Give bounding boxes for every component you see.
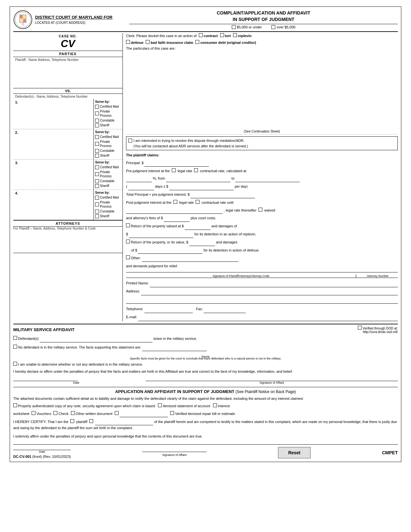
cb-other-doc[interactable] (71, 411, 75, 415)
telephone-field[interactable] (144, 305, 193, 313)
cb-private-1[interactable] (95, 112, 99, 115)
cb-private-3[interactable] (95, 172, 99, 176)
serve-constable-1[interactable]: Constable (95, 118, 121, 123)
cb-waived[interactable] (259, 208, 262, 212)
printed-name-field[interactable] (150, 279, 398, 287)
serve-certified-2[interactable]: Certified Mail (95, 135, 121, 139)
percent-field[interactable] (126, 175, 152, 182)
serve-sheriff-3[interactable]: Sheriff (95, 184, 121, 188)
other-field[interactable] (142, 255, 239, 262)
detention-dollar-field[interactable] (129, 231, 193, 238)
total-principal-field[interactable] (191, 192, 255, 198)
from-date-field[interactable] (166, 175, 230, 182)
cb-sheriff-2[interactable] (95, 154, 99, 158)
cb-auth-copy[interactable] (13, 403, 17, 407)
cb-mediation[interactable] (128, 139, 132, 143)
cb-detinue[interactable] (126, 40, 130, 44)
cb-certified-1[interactable] (95, 105, 99, 109)
footer-sig-affiant-field[interactable] (142, 448, 207, 452)
other-doc-field[interactable] (120, 411, 168, 418)
cb-contractual-rate2[interactable] (196, 200, 200, 204)
serve-certified-1[interactable]: Certified Mail (95, 104, 121, 109)
cb-other-doc2[interactable] (115, 411, 119, 415)
return-property-value-field[interactable] (185, 223, 210, 230)
attorney-area[interactable] (13, 230, 122, 253)
defendant-info-3[interactable]: 3. (13, 160, 93, 190)
address-field[interactable] (141, 287, 398, 295)
cb-sheriff-4[interactable] (95, 214, 99, 218)
cb-tort[interactable] (220, 33, 224, 37)
cb-other[interactable] (126, 255, 130, 259)
cb-contract[interactable] (199, 33, 203, 37)
dollar-per-day-field[interactable] (169, 183, 234, 190)
cb-legal-rate2[interactable] (173, 200, 177, 204)
particulars-area[interactable] (126, 52, 398, 130)
cb-interest[interactable] (213, 403, 217, 407)
cb-plaintiff-cert2[interactable] (89, 419, 93, 423)
cb-bad-faith[interactable] (146, 40, 150, 44)
cb-return-property[interactable] (126, 223, 130, 227)
cb-constable-2[interactable] (95, 149, 99, 153)
cb-contractual-rate[interactable] (194, 168, 198, 172)
serve-constable-2[interactable]: Constable (95, 149, 121, 153)
date-field[interactable] (13, 377, 78, 381)
cb-dod-verify[interactable] (358, 326, 362, 330)
no-defendant-field[interactable] (142, 344, 207, 351)
serve-certified-3[interactable]: Certified Mail (95, 165, 121, 169)
cb-sheriff-3[interactable] (95, 184, 99, 188)
cb-constable-1[interactable] (95, 119, 99, 123)
serve-constable-4[interactable]: Constable (95, 209, 121, 213)
cb-legal-rate[interactable] (172, 168, 176, 172)
cb-verified-repair[interactable] (170, 411, 174, 415)
reset-button[interactable]: Reset (278, 447, 311, 458)
cb-defendant-s[interactable] (13, 336, 17, 340)
days-field[interactable] (128, 183, 154, 190)
return-property2-field[interactable] (189, 239, 215, 246)
serve-private-3[interactable]: Private Process (95, 170, 121, 178)
defendant-info-4[interactable]: 4. (13, 190, 93, 220)
serve-sheriff-4[interactable]: Sheriff (95, 214, 121, 218)
cb-replevin[interactable] (233, 33, 237, 37)
checkbox-5000-under[interactable] (232, 25, 236, 29)
of-dollar-field[interactable] (138, 247, 202, 254)
plaintiff-name-cert-field[interactable] (95, 419, 153, 425)
address-line2[interactable] (126, 295, 398, 303)
cb-consumer-debt[interactable] (195, 40, 199, 44)
cb-private-2[interactable] (95, 142, 99, 146)
to-date-field[interactable] (235, 175, 300, 182)
principal-field[interactable] (144, 160, 209, 167)
cb-itemized-stmt[interactable] (158, 403, 162, 407)
serve-private-4[interactable]: Private Process (95, 200, 121, 209)
serve-sheriff-2[interactable]: Sheriff (95, 153, 121, 158)
serve-certified-4[interactable]: Certified Mail (95, 195, 121, 200)
fax-field[interactable] (204, 305, 246, 313)
serve-private-2[interactable]: Private Process (95, 140, 121, 148)
checkbox-over-5000[interactable] (271, 25, 275, 29)
email-field[interactable] (138, 313, 398, 321)
serve-private-1[interactable]: Private Process (95, 109, 121, 118)
legal-rate-thereafter-field[interactable] (126, 207, 223, 214)
cb-constable-4[interactable] (95, 210, 99, 213)
cb-plaintiff-cert[interactable] (70, 419, 74, 423)
option-over-5000[interactable]: over $5,000 (271, 25, 295, 29)
attorney-fees-field[interactable] (164, 215, 190, 222)
defendant-info-2[interactable]: 2. (13, 129, 93, 159)
serve-sheriff-1[interactable]: Sheriff (95, 123, 121, 127)
cb-certified-3[interactable] (95, 165, 99, 169)
cb-constable-3[interactable] (95, 179, 99, 183)
cb-vouchers[interactable] (32, 411, 35, 415)
cb-return-property2[interactable] (126, 240, 130, 243)
cb-certified-4[interactable] (95, 196, 99, 200)
sig-affiant-field[interactable] (146, 377, 398, 381)
cb-no-defendant[interactable] (13, 345, 17, 349)
defendant-info-1[interactable]: 1. (13, 99, 93, 129)
cb-sheriff-1[interactable] (95, 123, 99, 127)
cb-unable[interactable] (13, 362, 17, 366)
footer-date-field[interactable] (13, 447, 71, 450)
defendant-name-field[interactable] (40, 335, 152, 342)
option-5000-under[interactable]: $5,000 or under (232, 25, 262, 29)
cb-private-4[interactable] (95, 202, 99, 206)
serve-constable-3[interactable]: Constable (95, 179, 121, 183)
cb-certified-2[interactable] (95, 135, 99, 139)
cb-check[interactable] (54, 411, 57, 415)
